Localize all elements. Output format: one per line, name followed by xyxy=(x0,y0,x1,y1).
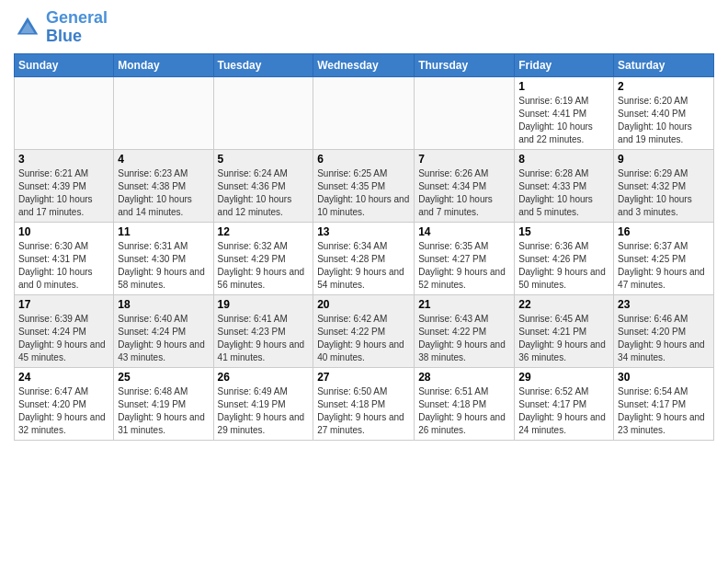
page: General Blue SundayMondayTuesdayWednesda… xyxy=(0,0,728,563)
day-number: 3 xyxy=(18,153,109,166)
day-number: 15 xyxy=(518,225,609,238)
day-info: Sunrise: 6:20 AM Sunset: 4:40 PM Dayligh… xyxy=(618,95,710,146)
day-cell: 14Sunrise: 6:35 AM Sunset: 4:27 PM Dayli… xyxy=(415,222,515,294)
day-number: 25 xyxy=(118,371,209,384)
day-number: 2 xyxy=(618,80,710,93)
day-cell: 17Sunrise: 6:39 AM Sunset: 4:24 PM Dayli… xyxy=(15,294,114,367)
day-info: Sunrise: 6:41 AM Sunset: 4:23 PM Dayligh… xyxy=(218,313,310,364)
day-cell: 22Sunrise: 6:45 AM Sunset: 4:21 PM Dayli… xyxy=(515,294,614,367)
day-number: 26 xyxy=(218,371,310,384)
day-cell: 2Sunrise: 6:20 AM Sunset: 4:40 PM Daylig… xyxy=(614,76,714,149)
day-info: Sunrise: 6:23 AM Sunset: 4:38 PM Dayligh… xyxy=(118,167,209,219)
day-number: 9 xyxy=(618,153,710,166)
day-cell: 15Sunrise: 6:36 AM Sunset: 4:26 PM Dayli… xyxy=(515,222,614,294)
day-cell xyxy=(313,76,415,149)
day-info: Sunrise: 6:49 AM Sunset: 4:19 PM Dayligh… xyxy=(218,385,310,437)
day-cell: 12Sunrise: 6:32 AM Sunset: 4:29 PM Dayli… xyxy=(213,222,313,294)
week-row-3: 10Sunrise: 6:30 AM Sunset: 4:31 PM Dayli… xyxy=(15,222,714,294)
day-cell: 16Sunrise: 6:37 AM Sunset: 4:25 PM Dayli… xyxy=(614,222,714,294)
day-cell: 9Sunrise: 6:29 AM Sunset: 4:32 PM Daylig… xyxy=(614,149,714,222)
day-cell: 6Sunrise: 6:25 AM Sunset: 4:35 PM Daylig… xyxy=(313,149,415,222)
day-cell: 21Sunrise: 6:43 AM Sunset: 4:22 PM Dayli… xyxy=(415,294,515,367)
day-cell: 11Sunrise: 6:31 AM Sunset: 4:30 PM Dayli… xyxy=(114,222,213,294)
day-info: Sunrise: 6:26 AM Sunset: 4:34 PM Dayligh… xyxy=(418,167,510,219)
weekday-header-saturday: Saturday xyxy=(614,53,714,76)
day-number: 21 xyxy=(418,298,510,311)
day-cell xyxy=(15,76,114,149)
day-number: 29 xyxy=(518,371,609,384)
day-info: Sunrise: 6:48 AM Sunset: 4:19 PM Dayligh… xyxy=(118,385,209,437)
weekday-header-monday: Monday xyxy=(114,53,213,76)
day-cell: 19Sunrise: 6:41 AM Sunset: 4:23 PM Dayli… xyxy=(213,294,313,367)
day-number: 14 xyxy=(418,225,510,238)
day-cell xyxy=(114,76,213,149)
day-cell: 8Sunrise: 6:28 AM Sunset: 4:33 PM Daylig… xyxy=(515,149,614,222)
weekday-header-thursday: Thursday xyxy=(415,53,515,76)
day-number: 8 xyxy=(518,153,609,166)
calendar: SundayMondayTuesdayWednesdayThursdayFrid… xyxy=(14,53,714,441)
weekday-header-sunday: Sunday xyxy=(15,53,114,76)
day-info: Sunrise: 6:50 AM Sunset: 4:18 PM Dayligh… xyxy=(317,385,410,437)
day-number: 4 xyxy=(118,153,209,166)
weekday-header-wednesday: Wednesday xyxy=(313,53,415,76)
day-cell: 30Sunrise: 6:54 AM Sunset: 4:17 PM Dayli… xyxy=(614,367,714,440)
day-cell: 29Sunrise: 6:52 AM Sunset: 4:17 PM Dayli… xyxy=(515,367,614,440)
day-number: 17 xyxy=(18,298,109,311)
day-info: Sunrise: 6:19 AM Sunset: 4:41 PM Dayligh… xyxy=(518,95,609,146)
day-number: 30 xyxy=(618,371,710,384)
day-info: Sunrise: 6:34 AM Sunset: 4:28 PM Dayligh… xyxy=(317,240,410,292)
day-number: 28 xyxy=(418,371,510,384)
day-info: Sunrise: 6:43 AM Sunset: 4:22 PM Dayligh… xyxy=(418,313,510,364)
day-cell xyxy=(213,76,313,149)
week-row-1: 1Sunrise: 6:19 AM Sunset: 4:41 PM Daylig… xyxy=(15,76,714,149)
logo-text: General Blue xyxy=(46,9,108,46)
day-number: 16 xyxy=(618,225,710,238)
day-number: 23 xyxy=(618,298,710,311)
weekday-header-friday: Friday xyxy=(515,53,614,76)
day-cell: 4Sunrise: 6:23 AM Sunset: 4:38 PM Daylig… xyxy=(114,149,213,222)
day-cell: 18Sunrise: 6:40 AM Sunset: 4:24 PM Dayli… xyxy=(114,294,213,367)
day-cell: 26Sunrise: 6:49 AM Sunset: 4:19 PM Dayli… xyxy=(213,367,313,440)
day-info: Sunrise: 6:32 AM Sunset: 4:29 PM Dayligh… xyxy=(218,240,310,292)
week-row-5: 24Sunrise: 6:47 AM Sunset: 4:20 PM Dayli… xyxy=(15,367,714,440)
day-cell: 13Sunrise: 6:34 AM Sunset: 4:28 PM Dayli… xyxy=(313,222,415,294)
day-cell: 7Sunrise: 6:26 AM Sunset: 4:34 PM Daylig… xyxy=(415,149,515,222)
day-cell: 1Sunrise: 6:19 AM Sunset: 4:41 PM Daylig… xyxy=(515,76,614,149)
day-info: Sunrise: 6:52 AM Sunset: 4:17 PM Dayligh… xyxy=(518,385,609,437)
week-row-2: 3Sunrise: 6:21 AM Sunset: 4:39 PM Daylig… xyxy=(15,149,714,222)
day-info: Sunrise: 6:31 AM Sunset: 4:30 PM Dayligh… xyxy=(118,240,209,292)
day-info: Sunrise: 6:28 AM Sunset: 4:33 PM Dayligh… xyxy=(518,167,609,219)
day-cell: 5Sunrise: 6:24 AM Sunset: 4:36 PM Daylig… xyxy=(213,149,313,222)
day-info: Sunrise: 6:51 AM Sunset: 4:18 PM Dayligh… xyxy=(418,385,510,437)
day-cell: 23Sunrise: 6:46 AM Sunset: 4:20 PM Dayli… xyxy=(614,294,714,367)
day-number: 7 xyxy=(418,153,510,166)
day-info: Sunrise: 6:46 AM Sunset: 4:20 PM Dayligh… xyxy=(618,313,710,364)
day-cell: 10Sunrise: 6:30 AM Sunset: 4:31 PM Dayli… xyxy=(15,222,114,294)
day-info: Sunrise: 6:45 AM Sunset: 4:21 PM Dayligh… xyxy=(518,313,609,364)
day-cell: 20Sunrise: 6:42 AM Sunset: 4:22 PM Dayli… xyxy=(313,294,415,367)
day-info: Sunrise: 6:37 AM Sunset: 4:25 PM Dayligh… xyxy=(618,240,710,292)
day-cell: 25Sunrise: 6:48 AM Sunset: 4:19 PM Dayli… xyxy=(114,367,213,440)
day-number: 19 xyxy=(218,298,310,311)
day-number: 10 xyxy=(18,225,109,238)
day-info: Sunrise: 6:39 AM Sunset: 4:24 PM Dayligh… xyxy=(18,313,109,364)
day-info: Sunrise: 6:40 AM Sunset: 4:24 PM Dayligh… xyxy=(118,313,209,364)
day-number: 24 xyxy=(18,371,109,384)
day-info: Sunrise: 6:35 AM Sunset: 4:27 PM Dayligh… xyxy=(418,240,510,292)
day-number: 22 xyxy=(518,298,609,311)
logo: General Blue xyxy=(14,9,108,46)
day-info: Sunrise: 6:54 AM Sunset: 4:17 PM Dayligh… xyxy=(618,385,710,437)
day-number: 5 xyxy=(218,153,310,166)
day-info: Sunrise: 6:29 AM Sunset: 4:32 PM Dayligh… xyxy=(618,167,710,219)
day-number: 12 xyxy=(218,225,310,238)
logo-icon xyxy=(14,14,41,41)
week-row-4: 17Sunrise: 6:39 AM Sunset: 4:24 PM Dayli… xyxy=(15,294,714,367)
weekday-header-row: SundayMondayTuesdayWednesdayThursdayFrid… xyxy=(15,53,714,76)
header: General Blue xyxy=(14,9,714,46)
day-cell: 27Sunrise: 6:50 AM Sunset: 4:18 PM Dayli… xyxy=(313,367,415,440)
day-info: Sunrise: 6:36 AM Sunset: 4:26 PM Dayligh… xyxy=(518,240,609,292)
day-cell: 24Sunrise: 6:47 AM Sunset: 4:20 PM Dayli… xyxy=(15,367,114,440)
day-number: 13 xyxy=(317,225,410,238)
day-info: Sunrise: 6:47 AM Sunset: 4:20 PM Dayligh… xyxy=(18,385,109,437)
day-cell: 28Sunrise: 6:51 AM Sunset: 4:18 PM Dayli… xyxy=(415,367,515,440)
